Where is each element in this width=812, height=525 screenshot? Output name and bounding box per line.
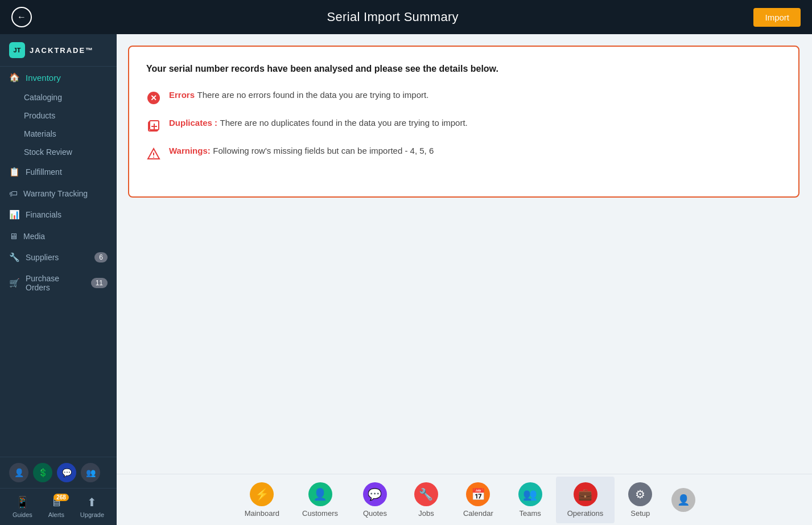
back-icon: ← — [17, 12, 26, 22]
nav-quotes[interactable]: 💬 Quotes — [349, 477, 401, 523]
sidebar-avatar-4[interactable]: 👥 — [81, 463, 100, 482]
errors-text: Errors There are no errors found in the … — [169, 90, 428, 100]
jobs-label: Jobs — [418, 509, 434, 518]
sidebar: JT JACKTRADE™ 🏠 Inventory Cataloging Pro… — [0, 34, 117, 525]
warranty-icon: 🏷 — [9, 188, 18, 198]
sidebar-item-stock-review[interactable]: Stock Review — [0, 143, 117, 161]
upgrade-icon: ⬆ — [87, 495, 97, 509]
quotes-icon: 💬 — [363, 482, 387, 506]
nav-setup[interactable]: ⚙ Setup — [615, 477, 666, 523]
alerts-badge: 268 — [53, 494, 69, 501]
logo-icon: JT — [9, 42, 25, 58]
warnings-icon — [146, 146, 161, 161]
duplicates-text: Duplicates : There are no duplicates fou… — [169, 118, 468, 128]
purchase-orders-badge: 11 — [91, 278, 108, 288]
summary-card: Your serial number records have been ana… — [128, 46, 799, 198]
nav-operations[interactable]: 💼 Operations — [556, 477, 615, 523]
customers-label: Customers — [302, 509, 338, 518]
sidebar-item-fulfillment[interactable]: 📋 Fulfillment — [0, 161, 117, 183]
sidebar-item-media[interactable]: 🖥 Media — [0, 225, 117, 247]
suppliers-label: Suppliers — [26, 253, 59, 262]
purchase-orders-left: 🛒 Purchase Orders — [9, 274, 85, 292]
upgrade-button[interactable]: ⬆ Upgrade — [80, 495, 104, 518]
logo-text: JACKTRADE™ — [30, 46, 94, 55]
customers-icon: 👤 — [308, 482, 332, 506]
errors-label: Errors — [169, 90, 195, 100]
guides-label: Guides — [13, 511, 32, 518]
nav-teams[interactable]: 👥 Teams — [505, 477, 556, 523]
teams-icon: 👥 — [518, 482, 542, 506]
page-title: Serial Import Summary — [327, 10, 459, 24]
back-button[interactable]: ← — [11, 7, 32, 27]
setup-icon: ⚙ — [628, 482, 652, 506]
sidebar-item-materials[interactable]: Materials — [0, 125, 117, 143]
duplicates-label: Duplicates : — [169, 118, 217, 128]
inventory-icon: 🏠 — [9, 72, 20, 83]
warnings-text: Warnings: Following row's missing fields… — [169, 146, 434, 156]
warnings-row: Warnings: Following row's missing fields… — [146, 146, 781, 161]
nav-calendar[interactable]: 📅 Calendar — [452, 477, 505, 523]
profile-avatar[interactable]: 👤 — [671, 488, 695, 512]
upgrade-label: Upgrade — [80, 511, 104, 518]
sidebar-item-financials[interactable]: 📊 Financials — [0, 204, 117, 225]
sidebar-item-cataloging[interactable]: Cataloging — [0, 88, 117, 106]
alerts-label: Alerts — [48, 511, 64, 518]
top-header: ← Serial Import Summary Import — [0, 0, 812, 34]
calendar-icon: 📅 — [466, 482, 490, 506]
warranty-label: Warranty Tracking — [23, 189, 88, 198]
sidebar-item-purchase-orders[interactable]: 🛒 Purchase Orders 11 — [0, 268, 117, 298]
sidebar-item-inventory[interactable]: 🏠 Inventory — [0, 67, 117, 88]
main-layout: JT JACKTRADE™ 🏠 Inventory Cataloging Pro… — [0, 34, 812, 525]
calendar-label: Calendar — [463, 509, 493, 518]
svg-point-8 — [153, 157, 154, 158]
svg-text:✕: ✕ — [150, 93, 157, 102]
operations-label: Operations — [567, 509, 604, 518]
suppliers-badge: 6 — [94, 252, 108, 262]
sidebar-avatar-1[interactable]: 👤 — [9, 463, 28, 482]
financials-icon: 📊 — [9, 210, 20, 220]
content-area: Your serial number records have been ana… — [117, 34, 812, 525]
operations-icon: 💼 — [574, 482, 597, 506]
setup-label: Setup — [630, 509, 650, 518]
mainboard-label: Mainboard — [245, 509, 279, 518]
sidebar-avatars: 👤 💲 💬 👥 — [0, 457, 117, 488]
nav-mainboard[interactable]: ⚡ Mainboard — [233, 477, 291, 523]
sidebar-item-suppliers[interactable]: 🔧 Suppliers 6 — [0, 247, 117, 268]
mainboard-icon: ⚡ — [250, 482, 274, 506]
guides-button[interactable]: 📱 Guides — [13, 495, 32, 518]
alerts-button[interactable]: 🖥 268 Alerts — [48, 496, 64, 518]
sidebar-avatar-2[interactable]: 💲 — [33, 463, 52, 482]
duplicates-row: Duplicates : There are no duplicates fou… — [146, 118, 781, 133]
purchase-orders-label: Purchase Orders — [26, 274, 85, 292]
content-inner: Your serial number records have been ana… — [117, 34, 812, 474]
sidebar-item-warranty-tracking[interactable]: 🏷 Warranty Tracking — [0, 183, 117, 204]
fulfillment-label: Fulfillment — [26, 167, 62, 177]
media-label: Media — [23, 232, 45, 241]
purchase-orders-icon: 🛒 — [9, 278, 20, 288]
errors-row: ✕ Errors There are no errors found in th… — [146, 90, 781, 105]
warnings-label: Warnings: — [169, 146, 211, 155]
guides-icon: 📱 — [15, 495, 30, 509]
jobs-icon: 🔧 — [414, 482, 438, 506]
quotes-label: Quotes — [363, 509, 387, 518]
inventory-label: Inventory — [26, 73, 61, 83]
errors-body: There are no errors found in the data yo… — [197, 90, 428, 100]
profile-icon: 👤 — [677, 494, 690, 506]
logo-area: JT JACKTRADE™ — [0, 34, 117, 67]
nav-customers[interactable]: 👤 Customers — [291, 477, 349, 523]
sidebar-avatar-3[interactable]: 💬 — [57, 463, 76, 482]
suppliers-left: 🔧 Suppliers — [9, 252, 59, 262]
bottom-nav: ⚡ Mainboard 👤 Customers 💬 Quotes 🔧 Jobs … — [117, 474, 812, 525]
warnings-body: Following row's missing fields but can b… — [213, 146, 434, 155]
import-button[interactable]: Import — [753, 8, 801, 27]
duplicates-icon — [146, 118, 161, 133]
sidebar-item-products[interactable]: Products — [0, 106, 117, 125]
summary-intro: Your serial number records have been ana… — [146, 64, 781, 74]
suppliers-icon: 🔧 — [9, 252, 20, 262]
teams-label: Teams — [520, 509, 541, 518]
financials-label: Financials — [26, 210, 61, 219]
error-icon: ✕ — [146, 91, 161, 105]
duplicates-body: There are no duplicates found in the dat… — [220, 118, 467, 128]
fulfillment-icon: 📋 — [9, 167, 20, 177]
nav-jobs[interactable]: 🔧 Jobs — [401, 477, 452, 523]
